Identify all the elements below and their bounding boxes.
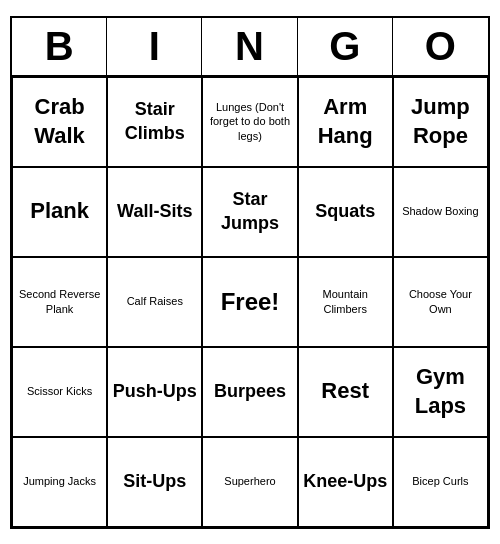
cell-24: Bicep Curls xyxy=(393,437,488,527)
cell-10: Second Reverse Plank xyxy=(12,257,107,347)
cell-16: Push-Ups xyxy=(107,347,202,437)
cell-3: Arm Hang xyxy=(298,77,393,167)
cell-4: Jump Rope xyxy=(393,77,488,167)
cell-15: Scissor Kicks xyxy=(12,347,107,437)
cell-2: Lunges (Don't forget to do both legs) xyxy=(202,77,297,167)
bingo-card: BINGO Crab WalkStair ClimbsLunges (Don't… xyxy=(10,16,490,529)
cell-8: Squats xyxy=(298,167,393,257)
cell-19: Gym Laps xyxy=(393,347,488,437)
cell-20: Jumping Jacks xyxy=(12,437,107,527)
cell-14: Choose Your Own xyxy=(393,257,488,347)
cell-18: Rest xyxy=(298,347,393,437)
cell-13: Mountain Climbers xyxy=(298,257,393,347)
bingo-header: BINGO xyxy=(12,18,488,77)
cell-12: Free! xyxy=(202,257,297,347)
cell-11: Calf Raises xyxy=(107,257,202,347)
cell-6: Wall-Sits xyxy=(107,167,202,257)
cell-17: Burpees xyxy=(202,347,297,437)
header-letter-N: N xyxy=(202,18,297,75)
cell-5: Plank xyxy=(12,167,107,257)
cell-7: Star Jumps xyxy=(202,167,297,257)
cell-22: Superhero xyxy=(202,437,297,527)
header-letter-B: B xyxy=(12,18,107,75)
cell-21: Sit-Ups xyxy=(107,437,202,527)
cell-0: Crab Walk xyxy=(12,77,107,167)
header-letter-I: I xyxy=(107,18,202,75)
cell-1: Stair Climbs xyxy=(107,77,202,167)
cell-23: Knee-Ups xyxy=(298,437,393,527)
cell-9: Shadow Boxing xyxy=(393,167,488,257)
bingo-grid: Crab WalkStair ClimbsLunges (Don't forge… xyxy=(12,77,488,527)
header-letter-G: G xyxy=(298,18,393,75)
header-letter-O: O xyxy=(393,18,488,75)
